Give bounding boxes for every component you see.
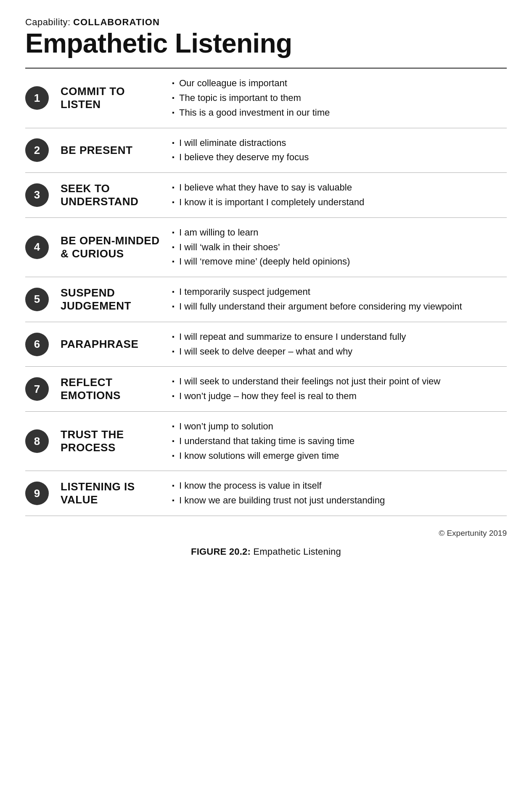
step-title: BE OPEN-MINDED & CURIOUS	[61, 234, 170, 260]
step-title: REFLECT EMOTIONS	[61, 376, 170, 402]
step-badge: 9	[25, 482, 49, 505]
bullet-item: I understand that taking time is saving …	[170, 434, 507, 449]
step-bullets: I temporarily suspect judgementI will fu…	[170, 285, 507, 314]
bullet-item: I believe they deserve my focus	[170, 150, 507, 165]
step-row: 9LISTENING IS VALUEI know the process is…	[25, 471, 507, 516]
step-title: BE PRESENT	[61, 144, 170, 157]
bullet-item: I will seek to delve deeper – what and w…	[170, 344, 507, 359]
bullet-item: I will ‘remove mine’ (deeply held opinio…	[170, 254, 507, 269]
step-badge: 6	[25, 333, 49, 356]
step-title: PARAPHRASE	[61, 338, 170, 351]
bullet-item: I know the process is value in itself	[170, 479, 507, 493]
step-bullets: Our colleague is importantThe topic is i…	[170, 76, 507, 120]
bullet-item: I will seek to understand their feelings…	[170, 374, 507, 389]
bullet-item: This is a good investment in our time	[170, 106, 507, 120]
figure-label: FIGURE 20.2:	[191, 546, 251, 557]
step-row: 3SEEK TO UNDERSTANDI believe what they h…	[25, 173, 507, 218]
bullet-item: I won’t judge – how they feel is real to…	[170, 389, 507, 404]
step-row: 1COMMIT TO LISTENOur colleague is import…	[25, 69, 507, 128]
step-title: TRUST THE PROCESS	[61, 428, 170, 454]
step-bullets: I will eliminate distractionsI believe t…	[170, 136, 507, 165]
step-row: 7REFLECT EMOTIONSI will seek to understa…	[25, 367, 507, 412]
bullet-item: I believe what they have to say is valua…	[170, 180, 507, 195]
step-bullets: I know the process is value in itselfI k…	[170, 479, 507, 508]
bullet-item: I will fully understand their argument b…	[170, 299, 507, 314]
step-badge: 2	[25, 138, 49, 162]
page-wrapper: Capability: COLLABORATION Empathetic Lis…	[25, 17, 507, 557]
bullet-item: I know we are building trust not just un…	[170, 493, 507, 508]
footer-caption: FIGURE 20.2: Empathetic Listening	[25, 546, 507, 557]
figure-title: Empathetic Listening	[253, 546, 341, 557]
steps-container: 1COMMIT TO LISTENOur colleague is import…	[25, 69, 507, 516]
step-row: 6PARAPHRASEI will repeat and summarize t…	[25, 322, 507, 367]
bullet-item: I will ‘walk in their shoes’	[170, 240, 507, 255]
header-section: Capability: COLLABORATION Empathetic Lis…	[25, 17, 507, 69]
step-title: SUSPEND JUDGEMENT	[61, 286, 170, 312]
bullet-item: I temporarily suspect judgement	[170, 285, 507, 299]
step-title: SEEK TO UNDERSTAND	[61, 182, 170, 208]
step-badge: 7	[25, 377, 49, 401]
capability-prefix: Capability:	[25, 17, 73, 27]
step-badge: 4	[25, 236, 49, 259]
footer-copyright: © Expertunity 2019	[25, 529, 507, 538]
capability-word: COLLABORATION	[73, 17, 160, 27]
step-bullets: I will seek to understand their feelings…	[170, 374, 507, 404]
step-row: 5SUSPEND JUDGEMENTI temporarily suspect …	[25, 277, 507, 322]
bullet-item: I will eliminate distractions	[170, 136, 507, 151]
step-row: 4BE OPEN-MINDED & CURIOUSI am willing to…	[25, 218, 507, 277]
step-row: 2BE PRESENTI will eliminate distractions…	[25, 128, 507, 173]
step-badge: 3	[25, 183, 49, 207]
step-title: LISTENING IS VALUE	[61, 480, 170, 506]
step-badge: 8	[25, 429, 49, 453]
step-badge: 5	[25, 288, 49, 311]
bullet-item: I will repeat and summarize to ensure I …	[170, 330, 507, 344]
bullet-item: I am willing to learn	[170, 225, 507, 240]
bullet-item: Our colleague is important	[170, 76, 507, 91]
bullet-item: I won’t jump to solution	[170, 419, 507, 434]
step-badge: 1	[25, 86, 49, 110]
step-bullets: I won’t jump to solutionI understand tha…	[170, 419, 507, 463]
bullet-item: I know solutions will emerge given time	[170, 449, 507, 463]
step-bullets: I am willing to learnI will ‘walk in the…	[170, 225, 507, 269]
bullet-item: The topic is important to them	[170, 91, 507, 106]
capability-label: Capability: COLLABORATION	[25, 17, 507, 28]
step-row: 8TRUST THE PROCESSI won’t jump to soluti…	[25, 412, 507, 471]
step-bullets: I will repeat and summarize to ensure I …	[170, 330, 507, 359]
step-title: COMMIT TO LISTEN	[61, 85, 170, 111]
bullet-item: I know it is important I completely unde…	[170, 195, 507, 210]
step-bullets: I believe what they have to say is valua…	[170, 180, 507, 210]
page-title: Empathetic Listening	[25, 29, 507, 58]
